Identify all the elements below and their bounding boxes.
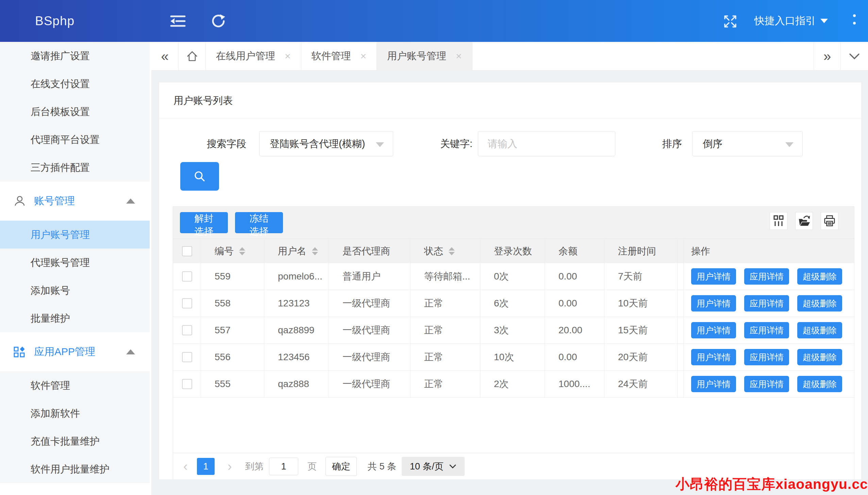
- cell-status: 等待邮箱...: [411, 263, 480, 290]
- columns-toggle-button[interactable]: [770, 212, 787, 230]
- cell-registered: 24天前: [604, 371, 678, 397]
- keyword-label: 关键字:: [440, 131, 472, 156]
- close-icon[interactable]: ×: [456, 51, 462, 61]
- sidebar-item-add-account[interactable]: 添加账号: [0, 276, 150, 304]
- close-icon[interactable]: ×: [285, 51, 291, 61]
- cell-agent: 一级代理商: [329, 317, 411, 344]
- column-header-id[interactable]: 编号: [201, 239, 264, 263]
- column-gap: [678, 239, 684, 263]
- column-header-logins: 登录次数: [480, 239, 545, 263]
- row-checkbox[interactable]: [182, 298, 192, 308]
- app-detail-button[interactable]: 应用详情: [744, 322, 789, 338]
- tab-label: 软件管理: [312, 49, 351, 63]
- sidebar-item-agent-accounts[interactable]: 代理账号管理: [0, 249, 150, 276]
- sidebar-item-agent-platform[interactable]: 代理商平台设置: [0, 126, 150, 154]
- super-delete-button[interactable]: 超级删除: [797, 268, 842, 285]
- cell-status: 正常: [411, 317, 480, 344]
- row-checkbox[interactable]: [182, 352, 192, 362]
- chevron-down-icon: [848, 52, 861, 60]
- sidebar-item-software-user-batch[interactable]: 软件用户批量维护: [0, 455, 150, 483]
- sidebar-item-online-pay[interactable]: 在线支付设置: [0, 70, 150, 98]
- cell-id: 556: [201, 344, 264, 370]
- super-delete-button[interactable]: 超级删除: [797, 295, 842, 312]
- column-header-username[interactable]: 用户名: [264, 239, 329, 263]
- table-row: 559 pomelo6... 普通用户 等待邮箱... 0次 0.00 7天前 …: [173, 263, 854, 290]
- super-delete-button[interactable]: 超级删除: [797, 322, 842, 338]
- user-detail-button[interactable]: 用户详情: [691, 322, 736, 338]
- tab-online-users[interactable]: 在线用户管理 ×: [206, 42, 301, 70]
- tabs-scroll-right-button[interactable]: »: [814, 42, 841, 70]
- sort-select[interactable]: 倒序: [692, 131, 803, 156]
- super-delete-button[interactable]: 超级删除: [797, 349, 842, 365]
- search-field-select[interactable]: 登陆账号含代理(模糊): [259, 131, 393, 156]
- sidebar-item-software[interactable]: 软件管理: [0, 371, 150, 399]
- table-toolbar: 解封选择 冻结选择: [173, 207, 854, 239]
- sidebar-item-add-software[interactable]: 添加新软件: [0, 399, 150, 427]
- print-icon: [823, 214, 836, 227]
- freeze-selected-button[interactable]: 冻结选择: [235, 212, 283, 233]
- print-button[interactable]: [821, 212, 838, 230]
- tabs-menu-button[interactable]: [841, 42, 868, 70]
- column-label: 余额: [558, 245, 578, 258]
- prev-page-icon[interactable]: ‹: [183, 460, 188, 473]
- select-all-checkbox[interactable]: [182, 246, 192, 256]
- close-icon[interactable]: ×: [361, 51, 367, 61]
- tab-label: 在线用户管理: [216, 49, 275, 63]
- sidebar-section-account[interactable]: 账号管理: [0, 181, 151, 221]
- app-detail-button[interactable]: 应用详情: [744, 295, 789, 312]
- quick-entry-dropdown[interactable]: 快捷入口指引: [754, 0, 828, 42]
- super-delete-button[interactable]: 超级删除: [797, 376, 842, 392]
- user-detail-button[interactable]: 用户详情: [691, 349, 736, 365]
- current-page-button[interactable]: 1: [197, 458, 215, 475]
- collapse-sidebar-icon[interactable]: [170, 15, 186, 27]
- user-detail-button[interactable]: 用户详情: [691, 376, 736, 392]
- sidebar-item-user-accounts[interactable]: 用户账号管理: [0, 221, 150, 249]
- sort-icons[interactable]: [449, 247, 455, 255]
- page-size-value: 10 条/页: [410, 460, 444, 473]
- cell-username: 123456: [264, 344, 329, 370]
- user-detail-button[interactable]: 用户详情: [691, 268, 736, 285]
- app-detail-button[interactable]: 应用详情: [744, 268, 789, 285]
- confirm-page-button[interactable]: 确定: [326, 457, 357, 476]
- goto-page-input[interactable]: [269, 458, 298, 475]
- sidebar-item-card-batch[interactable]: 充值卡批量维护: [0, 427, 150, 455]
- tab-software[interactable]: 软件管理 ×: [301, 42, 377, 70]
- sidebar-section-app[interactable]: 应用APP管理: [0, 332, 151, 371]
- sidebar-item-invite-promo[interactable]: 邀请推广设置: [0, 42, 150, 70]
- search-button[interactable]: [180, 162, 219, 191]
- quick-entry-label: 快捷入口指引: [754, 14, 816, 28]
- unban-selected-button[interactable]: 解封选择: [180, 212, 228, 233]
- tab-user-accounts[interactable]: 用户账号管理 ×: [377, 42, 472, 70]
- tabs-scroll-left-button[interactable]: «: [151, 42, 179, 70]
- tab-label: 用户账号管理: [387, 49, 446, 63]
- column-label: 操作: [691, 245, 710, 258]
- row-checkbox[interactable]: [182, 379, 192, 389]
- row-checkbox[interactable]: [182, 325, 192, 335]
- keyword-input[interactable]: [478, 131, 615, 156]
- sidebar-item-template[interactable]: 后台模板设置: [0, 98, 150, 126]
- cell-status: 正常: [411, 290, 480, 317]
- app-detail-button[interactable]: 应用详情: [744, 376, 789, 392]
- user-detail-button[interactable]: 用户详情: [691, 295, 736, 312]
- user-table-block: 解封选择 冻结选择: [173, 206, 854, 479]
- app-detail-button[interactable]: 应用详情: [744, 349, 789, 365]
- more-menu-icon[interactable]: [853, 14, 856, 29]
- fullscreen-icon[interactable]: [723, 14, 737, 29]
- page-size-select[interactable]: 10 条/页: [402, 457, 465, 476]
- refresh-icon[interactable]: [211, 14, 226, 29]
- column-header-status[interactable]: 状态: [411, 239, 480, 263]
- cell-balance: 1000....: [545, 371, 604, 397]
- sidebar-item-plugins[interactable]: 三方插件配置: [0, 154, 150, 181]
- sort-icons[interactable]: [239, 247, 245, 255]
- sidebar-item-batch-maintain[interactable]: 批量维护: [0, 304, 150, 332]
- next-page-icon[interactable]: ›: [228, 460, 232, 473]
- column-label: 登录次数: [494, 245, 532, 258]
- cell-registered: 10天前: [604, 290, 678, 317]
- sort-icons[interactable]: [312, 247, 318, 255]
- home-tab-button[interactable]: [179, 42, 206, 70]
- cell-balance: 20.00: [545, 317, 604, 344]
- row-checkbox[interactable]: [182, 271, 192, 282]
- export-button[interactable]: [795, 212, 813, 230]
- cell-balance: 0.00: [545, 344, 604, 370]
- tabbar-spacer: [472, 42, 814, 70]
